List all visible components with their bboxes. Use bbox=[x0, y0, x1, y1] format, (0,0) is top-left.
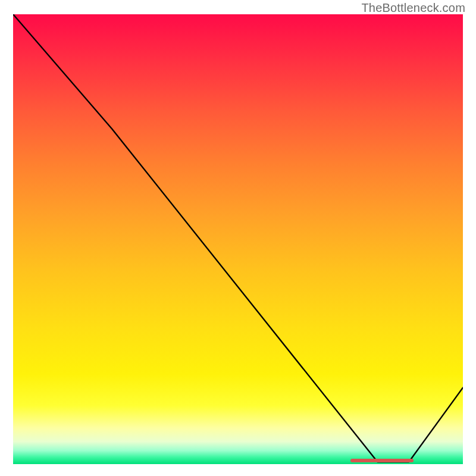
chart-frame: TheBottleneck.com bbox=[0, 0, 476, 476]
curve-svg bbox=[13, 14, 463, 464]
attribution-text: TheBottleneck.com bbox=[361, 1, 465, 15]
curve-path bbox=[13, 14, 463, 462]
plot-area bbox=[13, 14, 463, 464]
trough-marker bbox=[350, 459, 414, 462]
